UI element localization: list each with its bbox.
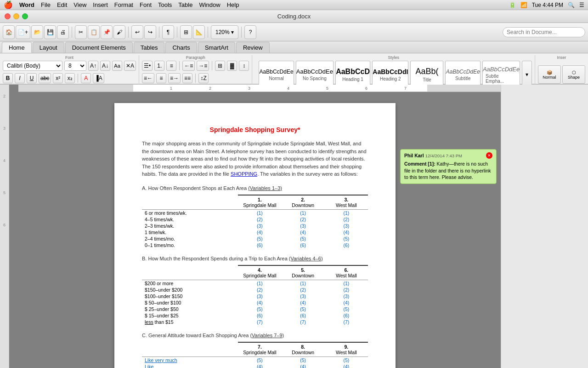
strikethrough-button[interactable]: abc bbox=[39, 73, 51, 83]
format-painter-button[interactable]: 🖌 bbox=[113, 25, 125, 39]
comment-author: Phil Karl bbox=[404, 153, 424, 158]
align-center-button[interactable]: ≡ bbox=[156, 73, 166, 83]
style-heading2[interactable]: AaBbCcDdI Heading 2 bbox=[372, 61, 408, 88]
right-panel bbox=[501, 85, 588, 368]
page-num-2: 2 bbox=[3, 94, 6, 98]
toolbar-sep-4 bbox=[177, 27, 177, 38]
style-heading2-label: Heading 2 bbox=[380, 76, 401, 81]
style-title-preview: AaBb( bbox=[415, 67, 438, 76]
document-area[interactable]: 1 2 3 4 5 6 7 Springdale Shopping Survey… bbox=[9, 85, 501, 368]
style-heading1[interactable]: AaBbCcD Heading 1 bbox=[335, 61, 370, 88]
borders-button[interactable]: ⊞ bbox=[215, 61, 225, 71]
menu-tools[interactable]: Tools bbox=[158, 1, 172, 8]
paste-button[interactable]: 📌 bbox=[101, 25, 113, 39]
help-button[interactable]: ? bbox=[244, 25, 256, 39]
fmt-sep-4 bbox=[195, 74, 196, 83]
new-button[interactable]: 📄+ bbox=[16, 25, 30, 39]
menu-format[interactable]: Format bbox=[114, 1, 133, 8]
shopping-link[interactable]: SHOPPING bbox=[231, 171, 257, 177]
bold-button[interactable]: B bbox=[3, 73, 13, 83]
comment-close-button[interactable]: ✕ bbox=[486, 152, 492, 159]
menu-window[interactable]: Window bbox=[199, 1, 220, 8]
tab-layout[interactable]: Layout bbox=[33, 42, 64, 53]
bullets-button[interactable]: ☰• bbox=[142, 61, 153, 71]
numbering-button[interactable]: 1. bbox=[154, 61, 164, 71]
tab-review[interactable]: Review bbox=[236, 42, 270, 53]
like-very-much-link[interactable]: Like very much bbox=[145, 357, 177, 363]
text-box-button[interactable]: 📦 Normal bbox=[538, 65, 561, 84]
tab-home[interactable]: Home bbox=[2, 42, 32, 53]
menu-table[interactable]: Table bbox=[178, 1, 192, 8]
increase-font-button[interactable]: A↑ bbox=[88, 61, 98, 71]
print-button[interactable]: 🖨 bbox=[57, 25, 69, 39]
align-left-button[interactable]: ≡← bbox=[142, 73, 154, 83]
decrease-indent-button[interactable]: ←≡ bbox=[182, 61, 195, 71]
style-subtitle[interactable]: AaBbCcDdEe Subtitle bbox=[445, 61, 481, 88]
comment-meta: Phil Karl 12/4/2014 7:43 PM bbox=[404, 153, 462, 158]
paragraph-marks-button[interactable]: ¶ bbox=[162, 25, 174, 39]
copy-button[interactable]: 📋 bbox=[88, 25, 100, 39]
undo-button[interactable]: ↩ bbox=[131, 25, 143, 39]
line-spacing-button[interactable]: ↕ bbox=[239, 61, 249, 71]
like-link[interactable]: Like bbox=[145, 364, 153, 368]
tab-tables[interactable]: Tables bbox=[134, 42, 165, 53]
close-button[interactable] bbox=[5, 13, 11, 19]
save-button[interactable]: 💾 bbox=[44, 25, 56, 39]
document-page[interactable]: Springdale Shopping Survey* The major sh… bbox=[114, 103, 396, 368]
style-title[interactable]: AaBb( Title bbox=[410, 61, 443, 88]
font-size-select[interactable]: 8 bbox=[64, 61, 86, 71]
italic-button[interactable]: I bbox=[15, 73, 25, 83]
tab-document-elements[interactable]: Document Elements bbox=[65, 42, 133, 53]
spotlight-icon[interactable]: 🔍 bbox=[568, 2, 575, 8]
font-color-button[interactable]: A bbox=[81, 73, 91, 83]
align-right-button[interactable]: ≡→ bbox=[168, 73, 181, 83]
font-size-adjust-button[interactable]: Aa bbox=[112, 61, 122, 71]
styles-more-button[interactable]: ▾ bbox=[522, 61, 532, 88]
shapes-button[interactable]: ⬡ Shape bbox=[562, 65, 585, 84]
style-no-spacing[interactable]: AaBbCcDdEe No Spacing bbox=[296, 61, 334, 88]
minimize-button[interactable] bbox=[13, 13, 19, 19]
justify-button[interactable]: ≡≡ bbox=[182, 73, 192, 83]
page-container: Springdale Shopping Survey* The major sh… bbox=[114, 103, 396, 359]
highlight-button[interactable]: ▐A bbox=[93, 73, 104, 83]
toolbar-sep-6 bbox=[241, 27, 242, 38]
menu-file[interactable]: File bbox=[41, 1, 51, 8]
menu-help[interactable]: Help bbox=[227, 1, 239, 8]
layout-button[interactable]: 📐 bbox=[193, 25, 205, 39]
font-row2: B I U abc x² x₂ A ▐A bbox=[3, 73, 136, 83]
subscript-button[interactable]: x₂ bbox=[65, 73, 75, 83]
style-normal[interactable]: AaBbCcDdEe Normal bbox=[259, 61, 294, 88]
superscript-button[interactable]: x² bbox=[53, 73, 63, 83]
search-input[interactable] bbox=[503, 27, 585, 37]
shading-button[interactable]: ▓ bbox=[227, 61, 237, 71]
page-num-6: 6 bbox=[3, 223, 6, 227]
wifi-icon: 📶 bbox=[520, 2, 527, 8]
decrease-font-button[interactable]: A↓ bbox=[100, 61, 110, 71]
menu-font[interactable]: Font bbox=[140, 1, 152, 8]
tab-smartart[interactable]: SmartArt bbox=[198, 42, 235, 53]
open-button[interactable]: 📂 bbox=[31, 25, 43, 39]
apple-menu[interactable]: 🍎 bbox=[4, 0, 13, 9]
zoom-select[interactable]: 120% ▾ bbox=[211, 25, 238, 39]
menu-insert[interactable]: Insert bbox=[93, 1, 108, 8]
underline-button[interactable]: U bbox=[27, 73, 37, 83]
view-button[interactable]: ⊞ bbox=[180, 25, 192, 39]
menu-view[interactable]: View bbox=[74, 1, 86, 8]
sort-button[interactable]: ↕Z bbox=[198, 73, 209, 83]
title-bar: Coding.docx bbox=[0, 10, 588, 23]
cut-button[interactable]: ✂ bbox=[75, 25, 87, 39]
toolbar-sep-1 bbox=[72, 27, 72, 38]
menu-word[interactable]: Word bbox=[19, 1, 34, 8]
style-subtle-emphasis[interactable]: AaBbCcDdEe Subtle Empha... bbox=[482, 61, 520, 88]
table-row: $100–under $150 (3)(3)(3) bbox=[142, 293, 368, 299]
tab-charts[interactable]: Charts bbox=[165, 42, 197, 53]
increase-indent-button[interactable]: →≡ bbox=[197, 61, 209, 71]
outline-button[interactable]: ≡ bbox=[166, 61, 176, 71]
home-button[interactable]: 🏠 bbox=[3, 25, 15, 39]
clear-format-button[interactable]: ✕A bbox=[124, 61, 136, 71]
notification-icon[interactable]: ☰ bbox=[579, 2, 584, 8]
maximize-button[interactable] bbox=[22, 13, 28, 19]
menu-edit[interactable]: Edit bbox=[57, 1, 67, 8]
font-family-select[interactable]: Calibri (Body) bbox=[3, 61, 62, 71]
redo-button[interactable]: ↪ bbox=[144, 25, 156, 39]
